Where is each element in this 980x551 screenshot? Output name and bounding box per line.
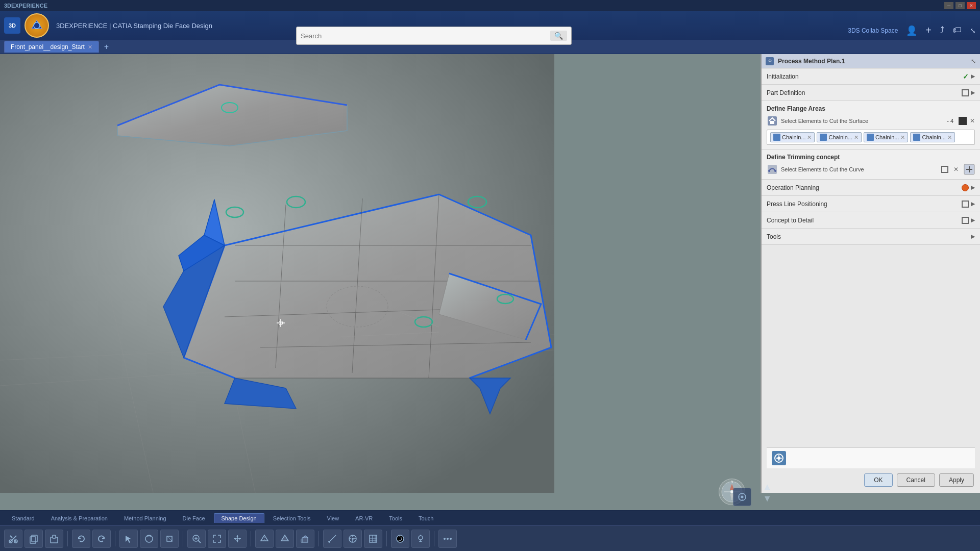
user-button[interactable]: 👤 bbox=[906, 25, 917, 36]
tag-button[interactable]: 🏷 bbox=[952, 25, 962, 36]
chain-tag-1[interactable]: Chainin... ✕ bbox=[770, 132, 815, 142]
add-button[interactable]: + bbox=[925, 24, 932, 36]
cancel-button[interactable]: Cancel bbox=[897, 473, 935, 487]
snap-button[interactable] bbox=[344, 530, 362, 548]
maximize-button[interactable]: □ bbox=[955, 2, 965, 9]
copy-button[interactable] bbox=[24, 530, 43, 548]
svg-rect-59 bbox=[32, 535, 37, 542]
search-button[interactable]: 🔍 bbox=[550, 31, 567, 41]
svg-point-38 bbox=[768, 170, 770, 172]
more-button[interactable] bbox=[438, 530, 457, 548]
paste-button[interactable] bbox=[45, 530, 63, 548]
close-button[interactable]: ✕ bbox=[967, 2, 976, 9]
chain-tag-1-icon bbox=[773, 134, 780, 141]
concept-detail-row[interactable]: Concept to Detail ▶ bbox=[762, 212, 980, 229]
svg-text:N: N bbox=[730, 481, 733, 483]
chain-tags-container: Chainin... ✕ Chainin... ✕ Chainin... ✕ C… bbox=[767, 130, 975, 145]
panel-title: Process Method Plan.1 bbox=[778, 58, 967, 65]
rotate-button[interactable] bbox=[140, 530, 158, 548]
press-line-row[interactable]: Press Line Positioning ▶ bbox=[762, 196, 980, 212]
tab-ar-vr[interactable]: AR-VR bbox=[348, 513, 380, 523]
nav-arrow-up[interactable]: ▲ bbox=[763, 482, 772, 492]
select-button[interactable] bbox=[119, 530, 138, 548]
tab-die-face[interactable]: Die Face bbox=[175, 513, 213, 523]
trim-label: Select Elements to Cut the Curve bbox=[781, 166, 938, 172]
expand-button[interactable]: ⤡ bbox=[970, 27, 976, 35]
tools-row[interactable]: Tools ▶ bbox=[762, 229, 980, 245]
svg-marker-0 bbox=[32, 20, 42, 29]
add-tab-button[interactable]: + bbox=[101, 42, 112, 52]
chain-tag-4-icon bbox=[913, 134, 920, 141]
zoom-button[interactable] bbox=[187, 530, 206, 548]
trim-section: Define Trimming concept Select Elements … bbox=[762, 149, 980, 180]
titlebar-controls: ─ □ ✕ bbox=[944, 2, 976, 9]
viewport[interactable] bbox=[0, 54, 554, 493]
view-cube-button[interactable] bbox=[296, 530, 314, 548]
initialization-row[interactable]: Initialization ✓ ▶ bbox=[762, 68, 980, 85]
chain-tag-1-close[interactable]: ✕ bbox=[807, 134, 812, 141]
brand-button[interactable] bbox=[24, 13, 49, 38]
shaded-button[interactable] bbox=[276, 530, 294, 548]
svg-marker-72 bbox=[239, 538, 241, 540]
tab-tools[interactable]: Tools bbox=[381, 513, 410, 523]
active-tab[interactable]: Front_panel__design_Start ✕ bbox=[4, 41, 99, 53]
press-line-arrow: ▶ bbox=[971, 201, 975, 207]
flange-black-square[interactable] bbox=[959, 117, 967, 125]
tab-analysis[interactable]: Analysis & Preparation bbox=[43, 513, 115, 523]
tab-standard[interactable]: Standard bbox=[4, 513, 42, 523]
move-button[interactable] bbox=[160, 530, 179, 548]
redo-button[interactable] bbox=[92, 530, 111, 548]
svg-rect-37 bbox=[768, 165, 777, 174]
apply-button[interactable]: Apply bbox=[939, 473, 974, 487]
search-input[interactable] bbox=[301, 32, 547, 40]
chain-tag-4-label: Chainin... bbox=[922, 134, 945, 140]
ok-button[interactable]: OK bbox=[864, 473, 892, 487]
chain-tag-2[interactable]: Chainin... ✕ bbox=[817, 132, 861, 142]
light-button[interactable] bbox=[411, 530, 430, 548]
part-definition-arrow: ▶ bbox=[971, 89, 975, 96]
pan-button[interactable] bbox=[228, 530, 247, 548]
top-right-controls: 3DS Collab Space 👤 + ⤴ 🏷 ⤡ bbox=[848, 24, 976, 36]
panel-tools-icon[interactable] bbox=[772, 451, 786, 465]
titlebar-app-name: 3DEXPERIENCE bbox=[4, 3, 47, 9]
flange-count: - 4 bbox=[947, 118, 953, 124]
nav-arrow-down[interactable]: ▼ bbox=[763, 493, 772, 504]
grid-button[interactable] bbox=[364, 530, 382, 548]
panel-header-icon: ⚙ bbox=[766, 57, 774, 65]
settings-icon[interactable] bbox=[733, 488, 751, 506]
minimize-button[interactable]: ─ bbox=[944, 2, 953, 9]
svg-rect-91 bbox=[370, 535, 377, 542]
svg-rect-36 bbox=[770, 121, 774, 124]
collab-space-label[interactable]: 3DS Collab Space bbox=[848, 27, 898, 34]
trim-close-button[interactable]: ✕ bbox=[953, 166, 959, 173]
measure-button[interactable] bbox=[323, 530, 341, 548]
tab-touch[interactable]: Touch bbox=[411, 513, 441, 523]
tab-method-planning[interactable]: Method Planning bbox=[116, 513, 174, 523]
chain-tag-3-close[interactable]: ✕ bbox=[900, 134, 905, 141]
part-definition-row[interactable]: Part Definition ▶ bbox=[762, 85, 980, 101]
operation-planning-row[interactable]: Operation Planning ▶ bbox=[762, 180, 980, 196]
svg-point-46 bbox=[777, 457, 780, 460]
chain-tag-4-close[interactable]: ✕ bbox=[947, 134, 952, 141]
chain-tag-2-icon bbox=[820, 134, 827, 141]
svg-marker-76 bbox=[281, 535, 288, 541]
chain-tag-3[interactable]: Chainin... ✕ bbox=[864, 132, 908, 142]
chain-tag-4[interactable]: Chainin... ✕ bbox=[910, 132, 954, 142]
bottom-toolbar: Standard Analysis & Preparation Method P… bbox=[0, 510, 980, 551]
fit-button[interactable] bbox=[208, 530, 226, 548]
panel-expand-button[interactable]: ⤡ bbox=[971, 58, 976, 65]
undo-button[interactable] bbox=[72, 530, 90, 548]
share-button[interactable]: ⤴ bbox=[940, 25, 944, 36]
tab-selection-tools[interactable]: Selection Tools bbox=[265, 513, 318, 523]
chain-tag-2-close[interactable]: ✕ bbox=[854, 134, 859, 141]
wireframe-button[interactable] bbox=[255, 530, 274, 548]
flange-title: Define Flange Areas bbox=[767, 105, 975, 112]
tab-shape-design[interactable]: Shape Design bbox=[214, 513, 264, 523]
flange-icon bbox=[767, 115, 778, 127]
menubar: 3D 3DEXPERIENCE | CATIA Stamping Die Fac… bbox=[0, 11, 980, 40]
tab-view[interactable]: View bbox=[319, 513, 347, 523]
flange-close-button[interactable]: ✕ bbox=[970, 117, 975, 124]
render-button[interactable] bbox=[391, 530, 409, 548]
cut-button[interactable] bbox=[4, 530, 22, 548]
trim-row: Select Elements to Cut the Curve ✕ bbox=[767, 164, 975, 175]
